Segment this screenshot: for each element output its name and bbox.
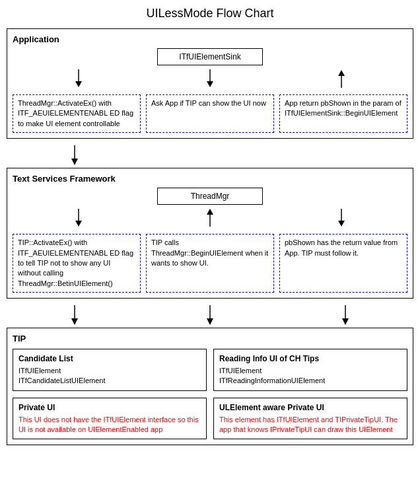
- svg-marker-7: [71, 159, 78, 165]
- tsf-arrow-left: [13, 209, 144, 227]
- app-dashed-boxes: ThreadMgr::ActivateEx() with ITF_AEUIELE…: [13, 94, 407, 133]
- svg-marker-15: [71, 318, 78, 325]
- app-box-1: Ask App if TIP can show the UI now: [146, 94, 274, 133]
- app-box-0: ThreadMgr::ActivateEx() with ITF_AEUIELE…: [13, 94, 141, 133]
- tip-item-0-sub2: ITfCandidateListUIElement: [18, 376, 201, 386]
- tsf-arrows-top: [13, 207, 407, 229]
- app-box-2: App return pbShown in the param of ITfUI…: [279, 94, 407, 133]
- tsf-box-0: TIP::ActivateEx() with ITF_AEUIELEMENTEN…: [13, 234, 141, 293]
- tsf-tip-arrow-left: [7, 305, 142, 326]
- tsf-section: Text Services Framework ThreadMgr: [7, 168, 413, 299]
- app-center-box: ITfUIElementSink: [157, 48, 263, 65]
- tip-item-3-red: This element has ITfUIElement and TIPriv…: [219, 415, 402, 435]
- arrow-between-left: [7, 145, 142, 166]
- svg-marker-9: [75, 221, 82, 227]
- tsf-box-2: pbShown has the return value from App. T…: [279, 234, 407, 293]
- tsf-dashed-boxes: TIP::ActivateEx() with ITF_AEUIELEMENTEN…: [13, 234, 407, 293]
- tip-item-3-title: ULElement aware Private UI: [219, 402, 402, 414]
- page-title: UILessMode Flow Chart: [7, 7, 413, 20]
- tip-item-1-sub1: ITfUIElement: [219, 366, 402, 376]
- app-arrows-top: [13, 68, 407, 89]
- down-arrow-tsf-right: [335, 209, 348, 227]
- between-app-tsf: [7, 145, 413, 166]
- arrow-col-left: [13, 69, 144, 88]
- tip-section-label: TIP: [13, 334, 407, 343]
- tip-item-2: Private UI This UI does not have the ITf…: [13, 398, 207, 440]
- tsf-section-label: Text Services Framework: [13, 174, 407, 184]
- tsf-box-1: TIP calls ThreadMgr::BeginUIElement when…: [146, 234, 274, 293]
- tip-item-1-sub2: ITfReadingInformationUIElement: [219, 376, 402, 386]
- tip-item-2-title: Private UI: [18, 402, 201, 414]
- down-arrow-left: [72, 69, 85, 88]
- between-tsf-tip: [7, 305, 413, 326]
- up-arrow-right: [335, 69, 348, 88]
- down-arrow-tsf-tip-center: [203, 305, 217, 326]
- down-arrow-center: [203, 69, 217, 88]
- arrow-col-right: [276, 69, 407, 88]
- down-arrow-tsf-tip-right: [339, 305, 352, 326]
- tsf-tip-arrow-right: [278, 305, 413, 326]
- tip-item-3: ULElement aware Private UI This element …: [213, 398, 407, 440]
- tip-item-2-red: This UI does not have the ITfUIElement i…: [18, 415, 201, 435]
- svg-marker-13: [338, 221, 345, 227]
- up-down-arrow-tsf-center: [203, 209, 217, 227]
- svg-marker-5: [338, 70, 345, 76]
- svg-marker-1: [75, 81, 82, 87]
- svg-marker-3: [207, 81, 213, 87]
- tip-item-0-sub1: ITfUIElement: [18, 366, 201, 376]
- tip-item-1: Reading Info UI of CH Tips ITfUIElement …: [213, 349, 407, 391]
- arrow-col-center: [144, 69, 275, 88]
- down-arrow-btw-left: [68, 145, 81, 166]
- tsf-tip-arrow-center: [142, 305, 277, 326]
- tip-section: TIP Candidate List ITfUIElement ITfCandi…: [7, 328, 413, 445]
- tip-item-0-title: Candidate List: [18, 353, 201, 365]
- tip-item-1-title: Reading Info UI of CH Tips: [219, 353, 402, 365]
- svg-marker-11: [207, 209, 213, 215]
- application-section: Application ITfUIElementSink: [7, 28, 413, 139]
- tip-item-0: Candidate List ITfUIElement ITfCandidate…: [13, 349, 207, 391]
- tip-grid: Candidate List ITfUIElement ITfCandidate…: [13, 349, 407, 439]
- tsf-arrow-right: [276, 209, 407, 227]
- down-arrow-tsf-left: [72, 209, 85, 227]
- tsf-arrow-center: [144, 209, 275, 227]
- svg-marker-17: [207, 318, 213, 325]
- svg-marker-19: [342, 318, 349, 325]
- app-section-label: Application: [13, 34, 407, 44]
- tsf-center-box: ThreadMgr: [157, 188, 263, 205]
- down-arrow-tsf-tip-left: [68, 305, 81, 326]
